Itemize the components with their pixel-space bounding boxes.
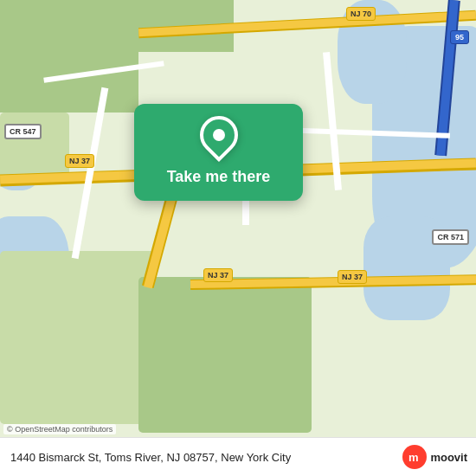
address-text: 1440 Bismarck St, Toms River, NJ 08757, …	[10, 451, 402, 464]
take-me-there-button[interactable]: Take me there	[167, 168, 271, 187]
moovit-m-svg: m	[407, 449, 422, 465]
nj37-center-label: NJ 37	[203, 268, 233, 282]
green-area-bottom-left	[0, 251, 156, 424]
moovit-text: moovit	[430, 451, 467, 464]
svg-text:m: m	[408, 451, 419, 464]
moovit-logo: m moovit	[402, 445, 467, 469]
cr571-label: CR 571	[432, 229, 469, 245]
moovit-icon: m	[402, 445, 427, 469]
popup-card: Take me there	[134, 104, 303, 201]
nj37-bottom-label: NJ 37	[338, 270, 367, 284]
i95-label: 95	[450, 30, 469, 44]
cr547-label: CR 547	[4, 124, 42, 139]
bottom-bar: 1440 Bismarck St, Toms River, NJ 08757, …	[0, 437, 476, 476]
location-pin-icon	[200, 116, 238, 161]
nj37-left-label: NJ 37	[65, 154, 94, 168]
map-container: NJ 70 NJ 37 NJ 37 NJ 37 CR 547 CR 571 95…	[0, 0, 476, 476]
nj70-label: NJ 70	[346, 7, 376, 21]
green-area-center-left	[0, 113, 69, 182]
osm-attribution: © OpenStreetMap contributors	[3, 424, 116, 434]
green-area-bottom-center	[138, 277, 312, 433]
